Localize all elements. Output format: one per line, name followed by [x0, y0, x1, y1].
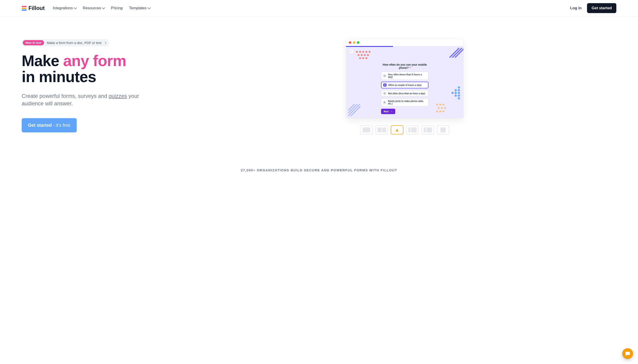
svg-marker-30 — [443, 104, 445, 106]
chevron-down-icon — [102, 6, 105, 9]
decoration-dots-blue-icon — [450, 86, 461, 102]
arrow-right-icon: → — [390, 110, 392, 113]
option-label: Very often (more than 5 hours a day) — [388, 73, 426, 78]
login-link[interactable]: Log in — [570, 6, 582, 10]
next-label: Next — [384, 110, 389, 113]
option-key: A — [383, 74, 386, 77]
get-started-header-button[interactable]: Get started — [587, 3, 616, 13]
main-nav: Integrations Resources Pricing Templates — [53, 6, 150, 10]
svg-point-11 — [366, 57, 367, 59]
svg-point-10 — [362, 57, 364, 59]
hero-subtitle: Create powerful forms, surveys and quizz… — [22, 92, 148, 107]
cta-strong: Get started — [28, 123, 52, 128]
option-label: Often (a couple of hours a day) — [388, 84, 422, 86]
decoration-stripes-icon — [448, 46, 464, 58]
nav-resources[interactable]: Resources — [83, 6, 105, 10]
svg-point-4 — [369, 51, 370, 53]
nav-label: Templates — [129, 6, 146, 10]
thumb-layout-6[interactable] — [437, 126, 450, 134]
form-card: How often do you use your mobile phone?*… — [381, 63, 428, 114]
option-key: C — [383, 92, 386, 95]
svg-point-26 — [458, 94, 460, 97]
nav-templates[interactable]: Templates — [129, 6, 150, 10]
svg-point-25 — [454, 94, 457, 97]
chevron-down-icon — [147, 6, 150, 9]
quizzes-link[interactable]: quizzes — [109, 93, 127, 99]
thumb-layout-4[interactable] — [406, 126, 419, 134]
preview-window: ← — [346, 39, 464, 118]
option-key: D — [383, 101, 386, 104]
decoration-triangles-icon — [436, 102, 450, 114]
svg-point-3 — [366, 51, 367, 53]
nav-integrations[interactable]: Integrations — [53, 6, 76, 10]
cta-light: - it's free — [53, 123, 70, 128]
chevron-down-icon — [74, 6, 77, 9]
svg-point-6 — [361, 54, 362, 56]
image-icon: ▲ — [395, 128, 399, 132]
thumb-layout-2[interactable] — [376, 126, 388, 134]
hero-title-pre: Make — [22, 52, 63, 69]
header-right: Log in Get started — [570, 3, 616, 13]
svg-point-23 — [454, 92, 457, 94]
progress-bar — [346, 46, 393, 47]
nav-pricing[interactable]: Pricing — [111, 6, 123, 10]
nav-label: Resources — [83, 6, 101, 10]
thumb-layout-1[interactable] — [360, 126, 373, 134]
thumb-layout-3[interactable]: ▲ — [391, 126, 403, 134]
svg-marker-32 — [441, 107, 443, 109]
svg-point-21 — [458, 89, 460, 91]
svg-point-24 — [458, 92, 460, 94]
decoration-stripes-icon — [348, 103, 361, 117]
window-traffic-lights — [346, 39, 464, 46]
svg-marker-36 — [443, 110, 445, 112]
svg-point-22 — [452, 92, 454, 94]
hero-right: ← — [193, 39, 616, 134]
hero-sub-pre: Create powerful forms, surveys and — [22, 93, 109, 99]
hero-section: New AI tool Make a form from a doc, PDF … — [0, 16, 638, 144]
svg-marker-33 — [444, 107, 446, 109]
hero-title-highlight: any form — [63, 52, 126, 69]
svg-point-1 — [359, 51, 361, 53]
option-b[interactable]: BOften (a couple of hours a day) — [381, 82, 428, 88]
hero-title-post: in minutes — [22, 68, 96, 85]
chevron-right-icon — [104, 42, 106, 44]
traffic-light-min-icon — [353, 41, 355, 44]
svg-point-27 — [458, 97, 460, 100]
get-started-cta[interactable]: Get started - it's free — [22, 118, 77, 132]
svg-line-17 — [348, 104, 360, 116]
back-button[interactable]: ← — [349, 49, 354, 54]
ai-tool-pill[interactable]: New AI tool Make a form from a doc, PDF … — [22, 39, 109, 46]
header-left: Fillout Integrations Resources Pricing T… — [22, 5, 150, 11]
traffic-light-close-icon — [349, 41, 351, 44]
svg-marker-29 — [440, 104, 442, 106]
svg-point-8 — [367, 54, 369, 56]
option-label: Rarely (only to make phone calls, etc.) — [388, 100, 426, 105]
brand-name: Fillout — [28, 5, 45, 11]
thumb-layout-5[interactable] — [422, 126, 434, 134]
social-proof-text: 27,000+ organizations build secure and p… — [0, 168, 638, 172]
option-label: Not often (less than an hour a day) — [388, 92, 425, 95]
option-key: B — [383, 84, 386, 86]
svg-marker-28 — [436, 104, 438, 106]
traffic-light-max-icon — [357, 41, 360, 44]
preview-body: ← — [346, 46, 464, 118]
svg-point-5 — [358, 54, 360, 56]
svg-marker-35 — [440, 110, 442, 112]
layout-thumbnails: ▲ — [360, 126, 450, 134]
svg-point-2 — [362, 51, 364, 53]
brand-logo[interactable]: Fillout — [22, 5, 45, 11]
pill-text: Make a form from a doc, PDF or text — [47, 41, 102, 45]
next-button[interactable]: Next → — [381, 109, 395, 114]
option-a[interactable]: AVery often (more than 5 hours a day) — [381, 72, 428, 80]
required-asterisk-icon: * — [410, 66, 410, 70]
svg-point-9 — [359, 57, 361, 59]
svg-point-20 — [454, 89, 457, 91]
decoration-dots-red-icon — [355, 50, 373, 62]
nav-label: Pricing — [111, 6, 123, 10]
svg-point-19 — [458, 86, 460, 89]
svg-point-7 — [364, 54, 366, 56]
svg-marker-34 — [436, 110, 438, 112]
svg-point-0 — [356, 51, 358, 53]
option-d[interactable]: DRarely (only to make phone calls, etc.) — [381, 98, 428, 106]
option-c[interactable]: CNot often (less than an hour a day) — [381, 90, 428, 96]
